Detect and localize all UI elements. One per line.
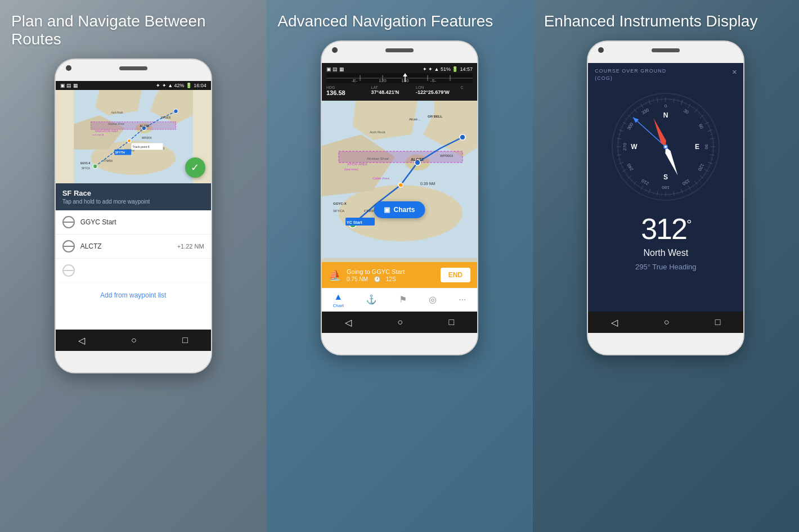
degree-value: 312 [641, 213, 686, 245]
svg-text:ALCTZ: ALCTZ [411, 157, 424, 161]
svg-text:W: W [631, 143, 638, 151]
svg-text:0: 0 [665, 103, 667, 109]
svg-point-9 [173, 109, 178, 114]
svg-text:Alcatraz Shoal: Alcatraz Shoal [366, 157, 389, 160]
cog-title: COURSE OVER GROUND(COG) [595, 67, 666, 82]
waypoint-name-2: ALCTZ [80, 242, 177, 250]
hdg-label: HDG [326, 85, 367, 89]
recents-btn-center[interactable]: □ [449, 317, 455, 327]
check-button[interactable]: ✓ [185, 157, 205, 178]
status-bar-center: ▣ ▤ ▦ ✦ ✦ ▲ 51% 🔋 14:57 [326, 65, 473, 73]
waypoint-dist-2: +1.22 NM [177, 243, 204, 250]
nav-header: ▣ ▤ ▦ ✦ ✦ ▲ 51% 🔋 14:57 [322, 63, 477, 101]
svg-text:270: 270 [622, 143, 627, 151]
home-btn-right[interactable]: ○ [664, 317, 670, 327]
tab-chart-label: Chart [333, 303, 344, 308]
lat-value: 37°48.421'N [371, 89, 412, 95]
charts-label: Charts [393, 206, 415, 214]
status-icons-left: ▣ ▤ ▦ [60, 83, 78, 88]
svg-text:GGYC-X: GGYC-X [333, 202, 347, 205]
svg-marker-40 [403, 73, 407, 76]
svg-text:FTMSN: FTMSN [104, 160, 113, 163]
svg-text:ALCTZ: ALCTZ [140, 124, 150, 128]
svg-text:ATION AREA: ATION AREA [347, 163, 367, 166]
lon-value: -122°25.679'W [416, 89, 456, 95]
compass-bar: -E- 120 150 -S- [326, 73, 473, 83]
instruments-screen: COURSE OVER GROUND(COG) × [588, 63, 743, 312]
waypoint-icon-2 [62, 240, 75, 253]
svg-text:Alcatr...: Alcatr... [409, 118, 420, 121]
nav-bar-orange: ⛵ Going to GGYC Start 0.75 NM 🕐 12S END [322, 262, 477, 288]
svg-text:Cable Area: Cable Area [372, 177, 389, 180]
right-title: Enhanced Instruments Display [533, 0, 799, 30]
recents-btn-left[interactable]: □ [182, 335, 188, 345]
compass-container: 0 30 60 90 120 [609, 91, 722, 203]
svg-text:see note A: see note A [92, 133, 104, 136]
waypoint-icon-1 [62, 216, 75, 228]
nav-time: 12S [386, 276, 396, 282]
waypoint-item[interactable]: GGYC Start [56, 210, 211, 235]
recents-btn-right[interactable]: □ [715, 317, 721, 327]
waypoint-list: GGYC Start ALCTZ +1.22 NM [56, 210, 211, 283]
true-heading: 295° True Heading [635, 263, 697, 271]
center-phone: ▣ ▤ ▦ ✦ ✦ ▲ 51% 🔋 14:57 [321, 40, 478, 355]
svg-text:GR BELL: GR BELL [428, 115, 443, 118]
svg-text:WP0005: WP0005 [161, 116, 171, 119]
svg-text:Track point 6: Track point 6 [132, 145, 149, 148]
svg-rect-6 [91, 122, 176, 130]
tab-flag[interactable]: ⚑ [399, 294, 407, 306]
svg-text:180: 180 [662, 185, 670, 190]
route-panel: SF Race Tap and hold to add more waypoin… [56, 183, 211, 330]
end-button[interactable]: END [441, 268, 470, 282]
svg-text:SFYCA: SFYCA [333, 209, 344, 213]
svg-text:Arch Rock: Arch Rock [111, 111, 123, 114]
back-btn-right[interactable]: ◁ [611, 317, 618, 328]
svg-text:(see note): (see note) [344, 168, 358, 171]
home-btn-center[interactable]: ○ [397, 317, 403, 327]
add-waypoint-link[interactable]: Add from waypoint list [100, 291, 166, 299]
tab-anchor[interactable]: ⚓ [366, 294, 377, 306]
charts-button[interactable]: ▣ Charts [374, 201, 425, 218]
svg-text:WP0003: WP0003 [440, 154, 454, 157]
svg-text:NAVIGATION AREA: NAVIGATION AREA [95, 130, 118, 133]
svg-text:SFYTH: SFYTH [115, 151, 124, 154]
right-phone: COURSE OVER GROUND(COG) × [587, 40, 744, 355]
svg-text:WP0004: WP0004 [142, 137, 152, 139]
lat-label: LAT [371, 85, 412, 89]
svg-point-162 [665, 146, 667, 148]
svg-text:Alcatraz Shoal: Alcatraz Shoal [107, 123, 124, 125]
map-area-left[interactable]: ALCTZ Arch Rock GGYC-X SFYCA FTMSN WP000… [56, 90, 211, 183]
left-phone: ▣ ▤ ▦ ✦ ✦ ▲ 42% 🔋 16:04 [55, 58, 212, 373]
tab-chart[interactable]: ▲ Chart [333, 292, 344, 308]
nav-bar-icon: ⛵ [329, 269, 341, 281]
left-panel: Plan and Navigate Between Routes ▣ ▤ ▦ ✦… [0, 0, 266, 532]
waypoint-item-2[interactable]: ALCTZ +1.22 NM [56, 235, 211, 259]
route-hint: Tap and hold to add more waypoint [62, 199, 204, 205]
waypoint-item-3 [56, 259, 211, 283]
radar-icon: ◎ [429, 294, 437, 305]
route-name: SF Race [62, 189, 204, 197]
svg-point-52 [460, 134, 465, 140]
chart-icon: ▲ [334, 292, 343, 302]
svg-point-53 [398, 183, 403, 187]
close-button[interactable]: × [732, 67, 737, 76]
svg-text:GGYC-X: GGYC-X [80, 162, 90, 165]
center-panel: Advanced Navigation Features ▣ ▤ ▦ ✦ ✦ ▲… [266, 0, 532, 532]
home-btn-left[interactable]: ○ [131, 335, 137, 345]
svg-text:150: 150 [401, 78, 409, 83]
add-waypoint-area[interactable]: Add from waypoint list [56, 283, 211, 306]
nav-data-row: HDG 136.58 LAT 37°48.421'N LON -122°25.6… [326, 83, 473, 98]
lon-label: LON [416, 85, 456, 89]
svg-text:-E-: -E- [352, 78, 358, 83]
back-btn-center[interactable]: ◁ [345, 317, 352, 328]
right-panel: Enhanced Instruments Display COURSE OVER… [533, 0, 799, 532]
hdg-value: 136.58 [326, 89, 367, 96]
map-area-center[interactable]: YC Start ALCTZ Arch Rock GR BELL Alcatr.… [322, 101, 477, 262]
svg-text:0.39 NM: 0.39 NM [420, 182, 436, 186]
tab-more[interactable]: ··· [459, 295, 466, 306]
center-title: Advanced Navigation Features [266, 0, 532, 30]
svg-text:90: 90 [704, 145, 709, 150]
svg-text:-S-: -S- [430, 78, 437, 83]
tab-radar[interactable]: ◎ [429, 294, 437, 306]
back-btn-left[interactable]: ◁ [78, 335, 85, 346]
